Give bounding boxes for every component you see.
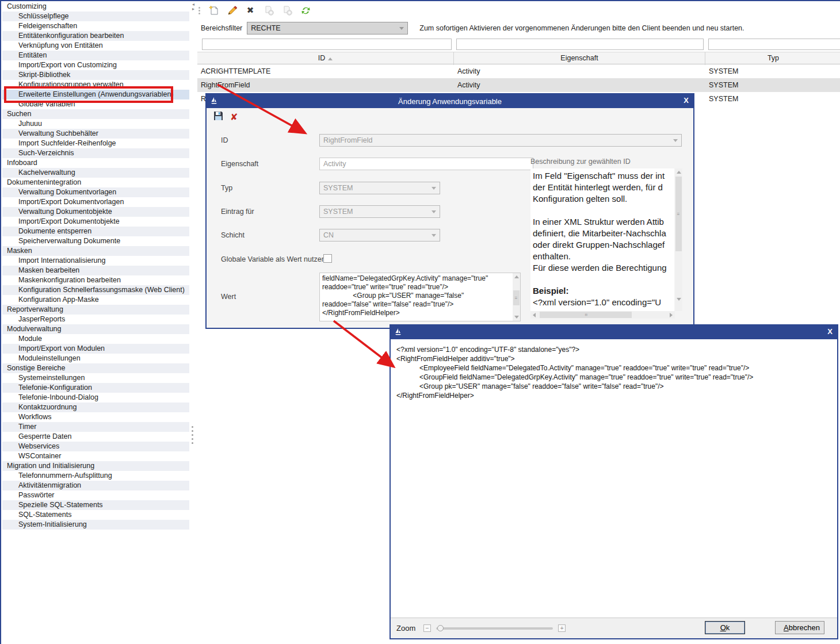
- sidebar-item[interactable]: Moduleinstellungen: [2, 354, 189, 363]
- sidebar-item[interactable]: Konfigurationsgruppen verwalten: [2, 80, 189, 90]
- sidebar-item[interactable]: Verwaltung Dokumentobjekte: [2, 207, 189, 217]
- sidebar-item[interactable]: Migration und Initialisierung: [2, 461, 189, 471]
- sidebar-item[interactable]: Customizing: [2, 2, 189, 12]
- dialog1-titlebar[interactable]: Änderung Anwendungsvariable X: [207, 94, 693, 108]
- edit-icon[interactable]: [226, 4, 238, 17]
- sidebar-item[interactable]: Suchen: [2, 109, 189, 119]
- sidebar-item[interactable]: Telefonie-Inbound-Dialog: [2, 393, 189, 402]
- sidebar-item-selected[interactable]: Erweiterte Einstellungen (Anwendungsvari…: [2, 90, 189, 99]
- column-header-id[interactable]: ID: [197, 52, 454, 65]
- sidebar-item[interactable]: Timer: [2, 422, 189, 432]
- description-vscrollbar[interactable]: ≡: [675, 168, 682, 311]
- sidebar-item[interactable]: Masken bearbeiten: [2, 266, 189, 275]
- wert-scrollbar[interactable]: ≡: [513, 273, 520, 321]
- toolbar-grip[interactable]: [198, 7, 200, 14]
- sidebar-item[interactable]: Webservices: [2, 442, 189, 451]
- sidebar-item[interactable]: Import/Export von Modulen: [2, 344, 189, 354]
- sidebar-item[interactable]: SQL-Statements: [2, 510, 189, 520]
- filter-input-id[interactable]: [202, 39, 452, 50]
- sidebar-item[interactable]: Verknüpfung von Entitäten: [2, 41, 189, 51]
- sidebar-item[interactable]: Entitätenkonfiguration bearbeiten: [2, 31, 189, 41]
- zoom-out-icon[interactable]: −: [423, 624, 431, 632]
- scroll-down-icon[interactable]: [675, 296, 682, 303]
- bereichsfilter-select[interactable]: RECHTE: [247, 22, 408, 34]
- schicht-select[interactable]: CN: [319, 229, 440, 241]
- ok-button[interactable]: Ok: [705, 621, 745, 634]
- zoom-in-icon[interactable]: +: [558, 624, 566, 632]
- splitter-grip[interactable]: [192, 424, 193, 446]
- zoom-slider-thumb[interactable]: [437, 625, 444, 631]
- sidebar-item[interactable]: Infoboard: [2, 158, 189, 168]
- sidebar-item[interactable]: Maskenkonfiguration bearbeiten: [2, 275, 189, 285]
- dialog2-close-icon[interactable]: X: [827, 327, 833, 336]
- dialog2-titlebar[interactable]: X: [391, 325, 837, 339]
- sidebar-item[interactable]: Module: [2, 334, 189, 344]
- sidebar-item[interactable]: Telefonnummern-Aufsplittung: [2, 471, 189, 481]
- sidebar-item[interactable]: Verwaltung Suchbehälter: [2, 129, 189, 139]
- sidebar-item[interactable]: Masken: [2, 246, 189, 256]
- sidebar-item[interactable]: Globale Variablen: [2, 99, 189, 109]
- sidebar-item[interactable]: Sonstige Bereiche: [2, 363, 189, 373]
- sidebar-item[interactable]: JasperReports: [2, 315, 189, 324]
- wert-textarea[interactable]: fieldName="DelegatedGrpKey.Activity" man…: [319, 273, 521, 321]
- cancel-icon[interactable]: ✘: [230, 112, 238, 122]
- sidebar-item[interactable]: Modulverwaltung: [2, 324, 189, 334]
- copy-icon[interactable]: [262, 4, 275, 17]
- scroll-thumb[interactable]: ≡: [513, 290, 520, 305]
- eigenschaft-input[interactable]: Activity: [319, 158, 533, 170]
- sidebar-item[interactable]: Juhuuu: [2, 119, 189, 129]
- sidebar-item[interactable]: Import/Export Dokumentobjekte: [2, 217, 189, 227]
- refresh-icon[interactable]: [299, 4, 312, 17]
- sidebar-item[interactable]: Aktivitätenmigration: [2, 481, 189, 490]
- zoom-slider[interactable]: [436, 627, 553, 630]
- filter-input-typ[interactable]: [708, 39, 840, 50]
- description-hscrollbar[interactable]: ≡: [530, 311, 675, 319]
- sidebar-splitter[interactable]: ◂ ▸: [189, 2, 197, 644]
- scroll-up-icon[interactable]: [675, 168, 682, 176]
- table-row[interactable]: RightFromFieldActivitySYSTEM: [197, 78, 840, 92]
- sidebar-item[interactable]: System-Initialisierung: [2, 520, 189, 530]
- scroll-right-icon[interactable]: [667, 311, 675, 319]
- sidebar-item[interactable]: Systemeinstellungen: [2, 373, 189, 383]
- sidebar-item[interactable]: Reportverwaltung: [2, 305, 189, 315]
- copy-to-icon[interactable]: [281, 4, 293, 17]
- sidebar-item[interactable]: Entitäten: [2, 51, 189, 60]
- filter-input-eigenschaft[interactable]: [456, 39, 704, 50]
- id-select[interactable]: RightFromField: [319, 134, 682, 147]
- scroll-up-icon[interactable]: [513, 273, 520, 281]
- globale-variable-checkbox[interactable]: [323, 254, 332, 263]
- sidebar-item[interactable]: Passwörter: [2, 490, 189, 500]
- sidebar-item[interactable]: Such-Verzeichnis: [2, 148, 189, 158]
- sidebar-item[interactable]: Import/Export von Customizing: [2, 60, 189, 70]
- sidebar-item[interactable]: Gesperrte Daten: [2, 432, 189, 442]
- sidebar-item[interactable]: Telefonie-Konfiguration: [2, 383, 189, 393]
- sidebar-item[interactable]: Skript-Bibliothek: [2, 70, 189, 80]
- sidebar-item[interactable]: Dokumente entsperren: [2, 227, 189, 236]
- sidebar-item[interactable]: Import Suchfelder-Reihenfolge: [2, 139, 189, 148]
- sidebar-item[interactable]: Schlüsselpflege: [2, 12, 189, 21]
- sidebar-item[interactable]: Dokumentenintegration: [2, 178, 189, 187]
- sidebar-item[interactable]: Import/Export Dokumentvorlagen: [2, 197, 189, 207]
- sidebar-item[interactable]: Feldeigenschaften: [2, 21, 189, 31]
- column-header-typ[interactable]: Typ: [705, 52, 840, 65]
- sidebar-item[interactable]: WSContainer: [2, 451, 189, 461]
- sidebar-item[interactable]: Konfiguration App-Maske: [2, 295, 189, 305]
- sidebar-item[interactable]: Konfiguration Schnellerfassungsmaske (We…: [2, 285, 189, 295]
- new-entry-icon[interactable]: [207, 4, 220, 17]
- scroll-thumb[interactable]: ≡: [675, 177, 682, 251]
- collapse-right-icon[interactable]: ▸: [189, 7, 197, 12]
- scroll-left-icon[interactable]: [530, 311, 538, 319]
- delete-icon[interactable]: ✖: [244, 4, 257, 17]
- table-row[interactable]: ACRIGHTTEMPLATEActivitySYSTEM: [197, 64, 840, 78]
- dialog1-close-icon[interactable]: X: [684, 96, 689, 105]
- eintrag-fuer-select[interactable]: SYSTEM: [319, 205, 440, 218]
- cancel-button[interactable]: Abbrechen: [775, 621, 824, 634]
- sidebar-item[interactable]: Kontaktzuordnung: [2, 402, 189, 412]
- sidebar-item[interactable]: Spezielle SQL-Statements: [2, 500, 189, 510]
- sidebar-item[interactable]: Import Internationalisierung: [2, 256, 189, 266]
- scroll-down-icon[interactable]: [513, 313, 520, 321]
- sidebar-item[interactable]: Kachelverwaltung: [2, 168, 189, 178]
- save-icon[interactable]: [213, 111, 223, 123]
- sidebar-item[interactable]: Workflows: [2, 412, 189, 422]
- scroll-thumb[interactable]: ≡: [540, 312, 632, 318]
